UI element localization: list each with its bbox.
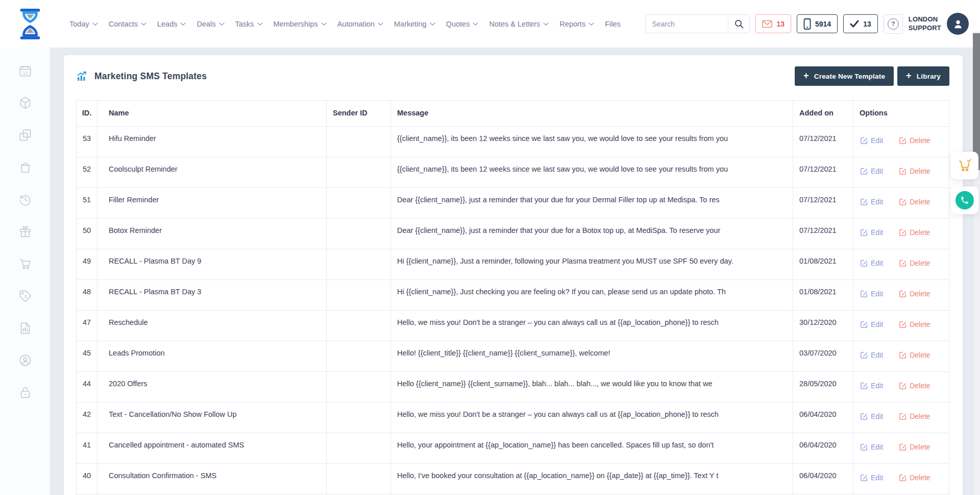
cell-id: 44	[77, 372, 97, 403]
cell-added-on: 07/12/2021	[793, 157, 853, 188]
gift-icon[interactable]	[18, 225, 32, 239]
report-icon[interactable]	[18, 321, 32, 335]
cell-message: Dear {{client_name}}, just a reminder th…	[391, 188, 793, 219]
envelope-icon	[762, 20, 772, 28]
search-input[interactable]	[646, 20, 728, 28]
delete-icon	[899, 198, 906, 205]
cell-id: 47	[77, 311, 97, 341]
delete-link[interactable]: Delete	[899, 351, 930, 359]
delete-icon	[899, 229, 906, 236]
history-icon[interactable]	[18, 193, 32, 206]
edit-link[interactable]: Edit	[861, 351, 883, 359]
table-row: 48 RECALL - Plasma BT Day 3 Hi {{client_…	[77, 280, 949, 311]
cell-sender-id	[327, 157, 391, 188]
user-circle-icon[interactable]	[18, 353, 32, 367]
main-nav: TodayContactsLeadsDealsTasksMembershipsA…	[69, 20, 621, 28]
nav-item-tasks[interactable]: Tasks	[235, 20, 263, 28]
templates-table: ID. Name Sender ID Message Added on Opti…	[76, 100, 949, 495]
tasks-badge[interactable]: 13	[843, 14, 878, 33]
plus-icon: +	[906, 71, 912, 80]
edit-link[interactable]: Edit	[861, 412, 883, 420]
nav-item-today[interactable]: Today	[69, 20, 98, 28]
library-button[interactable]: + Library	[897, 66, 949, 86]
delete-link[interactable]: Delete	[899, 228, 930, 237]
edit-link[interactable]: Edit	[861, 198, 883, 206]
edit-link[interactable]: Edit	[861, 320, 883, 328]
table-row: 41 Cancelled appointment - automated SMS…	[77, 433, 949, 464]
cell-message: Hello, I've booked your consultation at …	[391, 464, 793, 494]
lock-icon[interactable]	[18, 386, 32, 399]
card-header: Marketing SMS Templates + Create New Tem…	[64, 55, 963, 88]
table-header-row: ID. Name Sender ID Message Added on Opti…	[77, 101, 949, 127]
delete-link[interactable]: Delete	[899, 198, 930, 206]
edit-link[interactable]: Edit	[861, 259, 883, 267]
delete-link[interactable]: Delete	[899, 412, 930, 420]
edit-link[interactable]: Edit	[861, 382, 883, 390]
delete-icon	[899, 443, 906, 451]
cell-added-on: 01/08/2021	[793, 249, 853, 280]
nav-item-marketing[interactable]: Marketing	[394, 20, 435, 28]
table-row: 45 Leads Promotion Hello! {{client_title…	[77, 341, 949, 372]
edit-icon	[861, 321, 868, 328]
account-name: LONDON SUPPORT	[909, 15, 941, 33]
delete-link[interactable]: Delete	[899, 474, 930, 482]
cart-fab[interactable]	[951, 152, 978, 179]
cell-id: 42	[77, 403, 97, 433]
topbar-right: 13 5914 13 ? LONDON SUPPORT	[645, 13, 969, 35]
nav-item-notes-letters[interactable]: Notes & Letters	[489, 20, 549, 28]
edit-link[interactable]: Edit	[861, 443, 883, 451]
account-avatar[interactable]	[947, 13, 969, 35]
cell-name: Hifu Reminder	[97, 127, 327, 157]
delete-icon	[899, 351, 906, 359]
cell-name: Text - Cancellation/No Show Follow Up	[97, 403, 327, 433]
edit-icon	[861, 168, 868, 175]
nav-item-deals[interactable]: Deals	[197, 20, 224, 28]
col-added-on: Added on	[793, 101, 853, 127]
delete-link[interactable]: Delete	[899, 259, 930, 267]
phone-fab[interactable]	[951, 186, 978, 214]
cube-icon[interactable]	[18, 96, 32, 110]
chevron-down-icon	[473, 22, 478, 26]
edit-link[interactable]: Edit	[861, 228, 883, 237]
nav-item-quotes[interactable]: Quotes	[446, 20, 479, 28]
edit-link[interactable]: Edit	[861, 474, 883, 482]
nav-item-leads[interactable]: Leads	[157, 20, 186, 28]
edit-link[interactable]: Edit	[861, 167, 883, 175]
delete-link[interactable]: Delete	[899, 136, 930, 145]
chevron-down-icon	[141, 22, 146, 26]
scrollbar-thumb[interactable]	[973, 33, 980, 170]
delete-link[interactable]: Delete	[899, 382, 930, 390]
table-row: 50 Botox Reminder Dear {{client_name}}, …	[77, 219, 949, 249]
col-sender-id: Sender ID	[327, 101, 391, 127]
phone-badge[interactable]: 5914	[797, 14, 838, 33]
nav-item-memberships[interactable]: Memberships	[274, 20, 327, 28]
cart-icon[interactable]	[18, 257, 32, 271]
edit-link[interactable]: Edit	[861, 290, 883, 298]
delete-link[interactable]: Delete	[899, 443, 930, 451]
delete-link[interactable]: Delete	[899, 320, 930, 328]
nav-item-automation[interactable]: Automation	[337, 20, 383, 28]
messages-badge[interactable]: 13	[755, 14, 791, 33]
shopping-bag-icon[interactable]	[18, 160, 32, 174]
price-tag-icon[interactable]: $	[18, 289, 32, 303]
help-button[interactable]: ?	[884, 14, 903, 34]
edit-link[interactable]: Edit	[861, 136, 883, 145]
chevron-down-icon	[543, 22, 549, 26]
table-row: 51 Filler Reminder Dear {{client_name}},…	[77, 188, 949, 219]
search-icon	[734, 19, 744, 29]
copy-icon[interactable]	[18, 128, 32, 142]
search-button[interactable]	[728, 15, 749, 33]
app-logo[interactable]	[15, 8, 45, 40]
delete-link[interactable]: Delete	[899, 167, 930, 175]
nav-item-files[interactable]: Files	[605, 20, 621, 28]
nav-item-contacts[interactable]: Contacts	[109, 20, 146, 28]
delete-link[interactable]: Delete	[899, 290, 930, 298]
cell-message: Hello, we miss you! Don't be a stranger …	[391, 403, 793, 433]
calendar-icon[interactable]: 12	[18, 64, 32, 78]
cell-message: Hi {{client_name}}, Just a reminder, fol…	[391, 249, 793, 280]
nav-item-reports[interactable]: Reports	[559, 20, 594, 28]
cell-id: 40	[77, 464, 97, 494]
create-new-template-button[interactable]: + Create New Template	[795, 66, 894, 86]
edit-icon	[861, 443, 868, 451]
delete-icon	[899, 137, 906, 144]
